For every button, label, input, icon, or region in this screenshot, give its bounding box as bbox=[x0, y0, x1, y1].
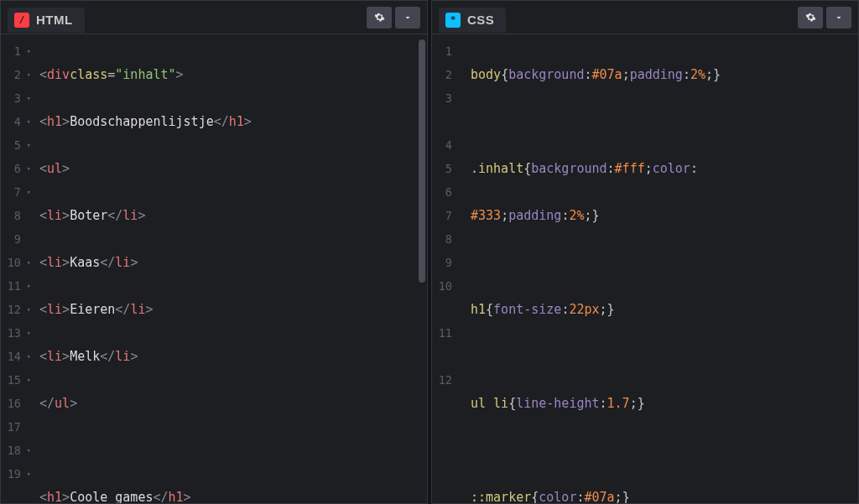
html-settings-button[interactable] bbox=[367, 7, 392, 29]
css-settings-button[interactable] bbox=[798, 7, 823, 29]
css-tab[interactable]: * CSS bbox=[439, 8, 506, 33]
gear-icon bbox=[805, 12, 816, 23]
html-editor-area[interactable]: 1▾ 2▾ 3▾ 4▾ 5▾ 6▾ 7▾ 8 9 10▾ 11▾ 12▾ 13▾… bbox=[1, 34, 427, 503]
html-editor-panel: / HTML 1▾ 2▾ 3▾ 4▾ 5▾ 6▾ 7▾ 8 9 10▾ 11▾ … bbox=[0, 0, 428, 504]
html-lang-icon: / bbox=[14, 13, 29, 28]
html-pane-title: HTML bbox=[36, 13, 73, 27]
gear-icon bbox=[374, 12, 385, 23]
html-tab[interactable]: / HTML bbox=[8, 8, 85, 33]
css-pane-header: * CSS bbox=[432, 1, 858, 34]
css-gutter: 1 2 3 4 5 6 7 8 9 10 11 12 bbox=[432, 39, 467, 503]
css-pane-actions bbox=[798, 7, 851, 29]
css-dropdown-button[interactable] bbox=[826, 7, 851, 29]
html-code-body[interactable]: <div class="inhalt"> <h1>Boodschappenlij… bbox=[36, 39, 427, 503]
chevron-down-icon bbox=[834, 13, 844, 23]
css-editor-panel: * CSS 1 2 3 4 5 6 7 8 9 10 11 bbox=[431, 0, 859, 504]
html-gutter: 1▾ 2▾ 3▾ 4▾ 5▾ 6▾ 7▾ 8 9 10▾ 11▾ 12▾ 13▾… bbox=[1, 39, 36, 503]
chevron-down-icon bbox=[403, 13, 413, 23]
css-pane-title: CSS bbox=[467, 13, 494, 27]
html-pane-header: / HTML bbox=[1, 1, 427, 34]
css-editor-area[interactable]: 1 2 3 4 5 6 7 8 9 10 11 12 body {backgro… bbox=[432, 34, 858, 503]
css-code-body[interactable]: body {background: #07a; padding: 2%;} .i… bbox=[467, 39, 858, 503]
html-dropdown-button[interactable] bbox=[395, 7, 420, 29]
html-scrollbar[interactable] bbox=[419, 39, 425, 283]
html-pane-actions bbox=[367, 7, 420, 29]
css-lang-icon: * bbox=[445, 13, 461, 28]
